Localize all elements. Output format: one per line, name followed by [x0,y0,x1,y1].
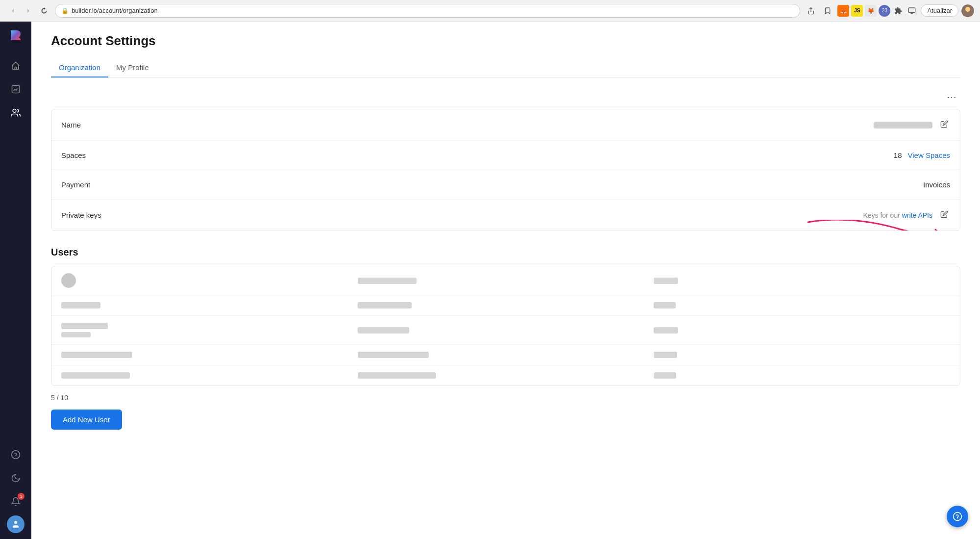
user-cell-2 [358,302,654,308]
settings-row-spaces: Spaces 18 View Spaces [51,141,960,170]
page-title: Account Settings [51,33,960,49]
user-blurred-name [358,278,416,284]
browser-extensions: 🦊 JS 🦊 23 [837,5,918,17]
svg-point-5 [13,109,16,113]
spaces-count: 18 [894,151,902,159]
settings-row-private-keys: Private keys Keys for our write APIs [51,200,960,231]
table-row [51,316,960,345]
users-section: Users [51,247,960,430]
ext-js[interactable]: JS [851,5,863,17]
user-cell-1 [61,273,358,288]
sidebar-item-theme[interactable] [6,468,25,488]
user-blurred-email [358,327,409,334]
svg-point-7 [14,521,17,524]
browser-profile-icon[interactable] [961,4,974,17]
users-title: Users [51,247,960,258]
sidebar-item-users[interactable] [6,103,25,123]
user-cell-1 [61,352,358,358]
browser-nav-buttons [6,4,51,18]
user-blurred-role [654,327,678,334]
settings-row-payment: Payment Invoices [51,170,960,200]
user-cell-3 [654,302,950,308]
help-fab-button[interactable] [947,506,968,527]
sidebar-logo[interactable] [7,26,24,44]
sidebar-avatar[interactable] [7,515,24,533]
name-value [130,118,950,131]
name-edit-button[interactable] [938,118,950,131]
user-blurred-sub [61,332,91,337]
page-header: Account Settings Organization My Profile [51,22,960,77]
add-new-user-button[interactable]: Add New User [51,410,122,430]
sidebar-item-analytics[interactable] [6,79,25,99]
update-button[interactable]: Atualizar [921,4,958,17]
pagination-text: 5 / 10 [51,394,960,402]
browser-chrome: 🔒 builder.io/account/organization 🦊 JS 🦊… [0,0,980,22]
back-button[interactable] [6,4,20,18]
svg-point-2 [965,7,970,12]
invoices-text: Invoices [923,180,950,189]
user-cell-2 [358,372,654,379]
settings-row-name: Name [51,109,960,141]
user-blurred-email [358,302,412,308]
write-apis-link[interactable]: write APIs [902,211,932,219]
tabs-container: Organization My Profile [51,58,960,77]
lock-icon: 🔒 [61,7,69,14]
user-blurred-name [61,352,132,358]
notification-badge: 1 [18,493,24,500]
sidebar-item-help[interactable] [6,445,25,464]
user-blurred-name [61,323,108,329]
table-row [51,266,960,295]
sidebar: 1 [0,0,31,539]
private-keys-value: Keys for our write APIs [130,208,950,222]
users-card [51,266,960,386]
user-blurred-role [654,302,676,308]
svg-rect-0 [909,8,915,12]
tab-organization[interactable]: Organization [51,58,108,77]
user-blurred-name [61,372,130,379]
svg-rect-4 [12,86,20,93]
user-blurred-role [654,372,676,379]
table-row [51,365,960,385]
user-blurred-name [61,302,100,308]
bookmark-button[interactable] [821,4,834,18]
spaces-value: 18 View Spaces [130,151,950,159]
sidebar-item-notifications[interactable]: 1 [6,492,25,512]
settings-card: Name Spaces 18 View Spaces Payment Invoi… [51,109,960,231]
user-blurred-role [654,278,678,284]
user-cell-2 [358,278,654,284]
user-cell-3 [654,278,950,284]
user-cell-1 [61,302,358,308]
ext-fox[interactable]: 🦊 [837,5,849,17]
table-row [51,345,960,365]
sidebar-navigation [6,56,25,445]
user-cell-3 [654,352,950,358]
share-button[interactable] [804,4,818,18]
tab-my-profile[interactable]: My Profile [108,58,157,77]
spaces-label: Spaces [61,151,130,159]
sidebar-bottom: 1 [6,445,25,539]
view-spaces-link[interactable]: View Spaces [908,151,950,159]
user-blurred-email [358,352,429,358]
private-keys-edit-button[interactable] [938,208,950,222]
more-options-container: ⋯ [51,89,960,105]
user-cell-2 [358,327,654,334]
payment-value: Invoices [130,180,950,189]
private-keys-label: Private keys [61,211,130,219]
reload-button[interactable] [37,4,51,18]
user-blurred-email [358,372,436,379]
ext-monitor[interactable] [906,5,918,17]
user-cell-1 [61,372,358,379]
ext-puzzle-23[interactable]: 23 [879,5,890,17]
name-blurred-value [874,122,932,128]
more-options-button[interactable]: ⋯ [943,89,960,105]
sidebar-item-dashboard[interactable] [6,56,25,76]
user-blurred-role [654,352,677,358]
user-cell-3 [654,372,950,379]
ext-extensions[interactable] [892,5,904,17]
address-bar[interactable]: 🔒 builder.io/account/organization [55,4,800,18]
private-keys-note: Keys for our write APIs [863,211,932,219]
forward-button[interactable] [22,4,35,18]
main-content: Account Settings Organization My Profile… [31,22,980,539]
ext-metamask[interactable]: 🦊 [865,5,877,17]
name-label: Name [61,121,130,129]
